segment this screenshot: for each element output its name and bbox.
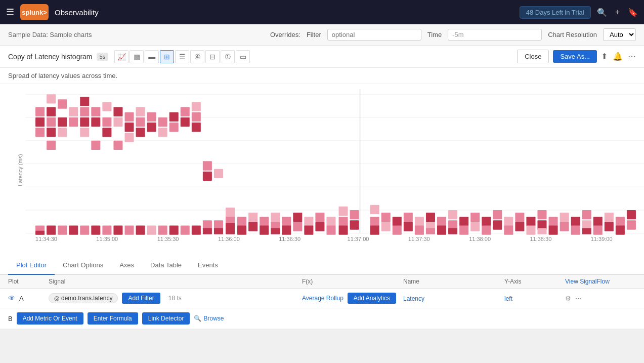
avg-rollup-link[interactable]: Average Rollup [302, 295, 344, 302]
name-cell: Latency [403, 295, 504, 302]
svg-rect-80 [214, 228, 223, 234]
svg-rect-41 [91, 225, 100, 234]
list-chart-btn[interactable]: ☰ [175, 50, 189, 63]
visibility-icon[interactable]: 👁 [8, 294, 15, 302]
svg-rect-100 [315, 222, 324, 231]
add-analytics-button[interactable]: Add Analytics [348, 293, 396, 304]
splunk-logo: splunk> [20, 4, 49, 20]
name-link[interactable]: Latency [403, 295, 424, 302]
bar-chart-btn[interactable]: ▬ [145, 50, 159, 63]
svg-rect-119 [426, 213, 435, 222]
link-detector-button[interactable]: Link Detector [142, 312, 190, 325]
svg-rect-159 [627, 210, 636, 219]
text-chart-btn[interactable]: ① [221, 50, 235, 63]
svg-rect-42 [102, 102, 111, 111]
overrides-bar: Sample Data: Sample charts Overrides: Fi… [0, 24, 644, 46]
svg-rect-122 [437, 217, 446, 226]
add-metric-button[interactable]: Add Metric Or Event [17, 312, 83, 325]
svg-rect-82 [226, 223, 235, 234]
svg-rect-121 [426, 228, 435, 234]
svg-rect-43 [102, 117, 111, 127]
svg-rect-73 [192, 225, 201, 234]
chart-title: Copy of Latency histogram [8, 53, 93, 61]
share-icon[interactable]: ⬆ [601, 52, 608, 61]
svg-rect-53 [124, 225, 134, 234]
hamburger-icon[interactable]: ☰ [6, 7, 14, 18]
svg-rect-46 [113, 107, 122, 116]
svg-rect-36 [80, 128, 89, 137]
svg-rect-116 [404, 222, 413, 231]
table-chart-btn[interactable]: ⊟ [205, 50, 220, 63]
col-view-signalflow[interactable]: View SignalFlow [565, 278, 636, 285]
svg-rect-50 [124, 112, 134, 122]
svg-rect-15 [35, 107, 45, 116]
save-as-button[interactable]: Save As... [553, 50, 597, 63]
svg-rect-141 [537, 210, 546, 219]
svg-rect-78 [214, 169, 223, 178]
row-more-icon[interactable]: ⋯ [575, 295, 582, 302]
svg-rect-118 [415, 225, 424, 234]
svg-rect-104 [339, 217, 348, 226]
chart-resolution-select[interactable]: Auto High Low [603, 28, 636, 41]
svg-rect-103 [339, 207, 348, 216]
area-chart-btn[interactable]: ▦ [130, 50, 144, 63]
browse-search-icon: 🔍 [194, 315, 201, 322]
refresh-badge[interactable]: 5s [97, 53, 109, 61]
time-input[interactable] [448, 29, 542, 41]
svg-rect-131 [482, 217, 491, 226]
more-options-icon[interactable]: ⋯ [628, 52, 636, 61]
svg-rect-65 [169, 123, 179, 132]
svg-rect-62 [158, 128, 167, 137]
enter-formula-button[interactable]: Enter Formula [88, 312, 138, 325]
svg-text:11:34:30: 11:34:30 [35, 236, 57, 241]
svg-rect-68 [181, 117, 190, 127]
sample-data-label: Sample Data: Sample charts [8, 31, 92, 38]
filter-input[interactable] [327, 29, 421, 41]
svg-rect-85 [237, 225, 246, 234]
signal-tag[interactable]: ◎ demo.trans.latency [49, 293, 118, 303]
svg-rect-35 [80, 117, 89, 127]
svg-rect-105 [339, 225, 348, 234]
close-button[interactable]: Close [517, 50, 549, 63]
svg-rect-132 [482, 225, 491, 234]
svg-rect-66 [169, 225, 179, 234]
tab-axes[interactable]: Axes [111, 256, 142, 275]
svg-rect-138 [515, 222, 524, 231]
svg-rect-93 [282, 217, 291, 226]
chart-resolution-label: Chart Resolution [548, 31, 597, 38]
svg-rect-22 [47, 117, 56, 127]
search-icon[interactable]: 🔍 [597, 8, 607, 17]
overrides-label: Overrides: [270, 31, 300, 38]
tab-plot-editor[interactable]: Plot Editor [8, 256, 55, 275]
svg-rect-38 [91, 107, 100, 116]
nav-icons: 🔍 + 🔖 [597, 8, 638, 17]
line-chart-btn[interactable]: 📈 [114, 50, 128, 63]
y-axis-label: Latency (ms) [17, 154, 23, 186]
svg-rect-102 [326, 225, 335, 234]
svg-rect-72 [192, 123, 201, 132]
browse-link[interactable]: 🔍 Browse [194, 315, 224, 322]
add-icon[interactable]: + [615, 8, 620, 17]
add-filter-button[interactable]: Add Filter [122, 293, 160, 304]
svg-rect-148 [571, 217, 580, 226]
bookmark-icon[interactable]: 🔖 [628, 8, 638, 17]
heatmap-chart-btn[interactable]: ⊞ [160, 50, 174, 63]
single-value-btn[interactable]: ④ [190, 50, 204, 63]
yaxis-link[interactable]: left [504, 295, 512, 302]
gear-icon[interactable]: ⚙ [565, 295, 571, 302]
tab-data-table[interactable]: Data Table [142, 256, 190, 275]
tab-chart-options[interactable]: Chart Options [55, 256, 111, 275]
ts-count: 18 ts [168, 295, 182, 302]
tab-events[interactable]: Events [190, 256, 226, 275]
gauge-chart-btn[interactable]: ▭ [236, 50, 250, 63]
svg-rect-154 [593, 225, 603, 234]
svg-rect-143 [537, 228, 546, 234]
svg-rect-24 [47, 141, 56, 150]
col-fx: F(x) [302, 278, 403, 285]
bell-icon[interactable]: 🔔 [613, 52, 623, 61]
svg-rect-127 [459, 217, 468, 226]
svg-rect-77 [203, 228, 212, 234]
svg-rect-87 [248, 222, 257, 231]
yaxis-cell: left [504, 295, 565, 302]
chart-type-icons: 📈 ▦ ▬ ⊞ ☰ ④ ⊟ ① ▭ [114, 50, 250, 63]
